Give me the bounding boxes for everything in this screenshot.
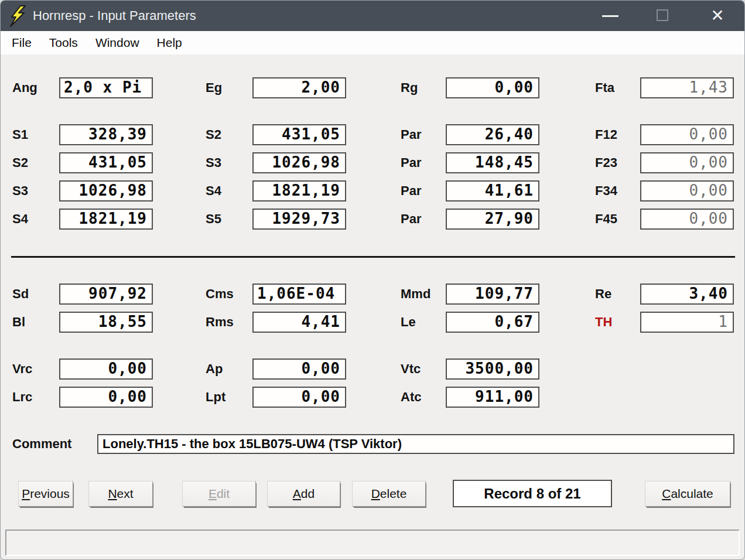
menu-window[interactable]: Window	[95, 36, 139, 50]
section-divider	[11, 256, 735, 258]
param-label-s2: S2	[12, 152, 28, 173]
param-field-cms[interactable]: 1,06E-04	[252, 284, 346, 305]
param-field-lrc[interactable]: 0,00	[59, 387, 153, 408]
param-label-s5: S5	[206, 209, 221, 230]
param-field-s5[interactable]: 1929,73	[252, 209, 346, 230]
param-label-s3: S3	[206, 152, 221, 173]
close-button[interactable]: ✕	[701, 1, 734, 31]
param-label-lrc: Lrc	[12, 387, 32, 408]
param-label-th: TH	[595, 312, 612, 333]
next-button[interactable]: Next	[88, 481, 153, 507]
param-field-s4[interactable]: 1821,19	[59, 209, 153, 230]
param-field-re[interactable]: 3,40	[640, 284, 734, 305]
param-field-s3[interactable]: 1026,98	[252, 152, 346, 173]
param-field-rms[interactable]: 4,41	[252, 312, 346, 333]
param-label-s2: S2	[206, 124, 221, 145]
param-label-mmd: Mmd	[401, 284, 430, 305]
status-bar	[5, 530, 740, 556]
param-field-lpt[interactable]: 0,00	[252, 387, 346, 408]
param-field-fta: 1,43	[640, 77, 734, 98]
param-field-f45: 0,00	[640, 209, 734, 230]
param-field-eg[interactable]: 2,00	[252, 77, 346, 98]
param-label-s3: S3	[12, 180, 28, 202]
comment-field[interactable]: Lonely.TH15 - the box 15LB075-UW4 (TSP V…	[97, 434, 734, 454]
minimize-icon	[602, 15, 618, 17]
param-field-bl[interactable]: 18,55	[59, 312, 153, 333]
param-field-f12: 0,00	[640, 124, 734, 145]
param-label-rg: Rg	[401, 77, 418, 98]
param-field-f23: 0,00	[640, 152, 734, 173]
param-field-par[interactable]: 148,45	[446, 152, 539, 173]
param-field-mmd[interactable]: 109,77	[446, 284, 539, 305]
param-label-lpt: Lpt	[206, 387, 225, 408]
minimize-button[interactable]	[594, 1, 627, 31]
param-field-par[interactable]: 41,61	[446, 180, 539, 202]
param-field-f34: 0,00	[640, 180, 734, 202]
calculate-button[interactable]: Calculate	[645, 481, 730, 507]
param-field-s4[interactable]: 1821,19	[252, 180, 346, 202]
param-label-cms: Cms	[206, 284, 234, 305]
add-button[interactable]: Add	[267, 481, 340, 507]
param-label-par: Par	[401, 124, 421, 145]
param-label-par: Par	[401, 180, 421, 202]
param-field-s2[interactable]: 431,05	[252, 124, 346, 145]
param-field-s3[interactable]: 1026,98	[59, 180, 153, 202]
param-field-s1[interactable]: 328,39	[59, 124, 153, 145]
param-field-ang[interactable]: 2,0 x Pi	[59, 77, 153, 98]
close-icon: ✕	[710, 6, 724, 25]
param-label-f12: F12	[595, 124, 617, 145]
param-field-par[interactable]: 27,90	[446, 209, 539, 230]
param-label-s1: S1	[12, 124, 28, 145]
param-label-re: Re	[595, 284, 611, 305]
param-label-f23: F23	[595, 152, 617, 173]
param-field-atc[interactable]: 911,00	[446, 387, 539, 408]
param-field-le[interactable]: 0,67	[446, 312, 539, 333]
param-label-rms: Rms	[206, 312, 234, 333]
param-field-vrc[interactable]: 0,00	[59, 358, 153, 380]
param-field-vtc[interactable]: 3500,00	[446, 358, 539, 380]
param-label-vtc: Vtc	[401, 358, 421, 380]
window-title: Hornresp - Input Parameters	[33, 1, 196, 31]
delete-button[interactable]: Delete	[352, 481, 426, 507]
param-field-ap[interactable]: 0,00	[252, 358, 346, 380]
param-field-sd[interactable]: 907,92	[59, 284, 153, 305]
edit-button: Edit	[182, 481, 256, 507]
param-label-s4: S4	[12, 209, 28, 230]
menu-tools[interactable]: Tools	[49, 36, 78, 50]
titlebar: Hornresp - Input Parameters ✕	[1, 1, 744, 31]
comment-label: Comment	[12, 433, 71, 455]
param-label-bl: Bl	[12, 312, 25, 333]
param-label-ang: Ang	[12, 77, 37, 98]
maximize-icon	[657, 9, 668, 21]
param-label-eg: Eg	[206, 77, 222, 98]
param-label-ap: Ap	[206, 358, 223, 380]
param-label-fta: Fta	[595, 77, 614, 98]
param-field-par[interactable]: 26,40	[446, 124, 539, 145]
hornresp-window: Hornresp - Input Parameters ✕ File Tools…	[0, 0, 745, 560]
param-label-s4: S4	[206, 180, 221, 202]
param-label-le: Le	[401, 312, 416, 333]
record-status: Record 8 of 21	[453, 480, 612, 507]
param-label-atc: Atc	[401, 387, 421, 408]
param-label-f34: F34	[595, 180, 617, 202]
previous-button[interactable]: Previous	[18, 481, 73, 507]
param-field-s2[interactable]: 431,05	[59, 152, 153, 173]
param-label-sd: Sd	[12, 284, 29, 305]
param-field-th: 1	[640, 312, 734, 333]
menu-file[interactable]: File	[12, 36, 32, 50]
param-label-vrc: Vrc	[12, 358, 32, 380]
maximize-button	[647, 1, 680, 31]
param-label-par: Par	[401, 152, 421, 173]
param-field-rg[interactable]: 0,00	[446, 77, 539, 98]
menu-help[interactable]: Help	[157, 36, 182, 50]
lightning-bolt-icon	[9, 5, 26, 27]
param-label-f45: F45	[595, 209, 617, 230]
menubar: File Tools Window Help	[1, 31, 744, 54]
param-label-par: Par	[401, 209, 421, 230]
